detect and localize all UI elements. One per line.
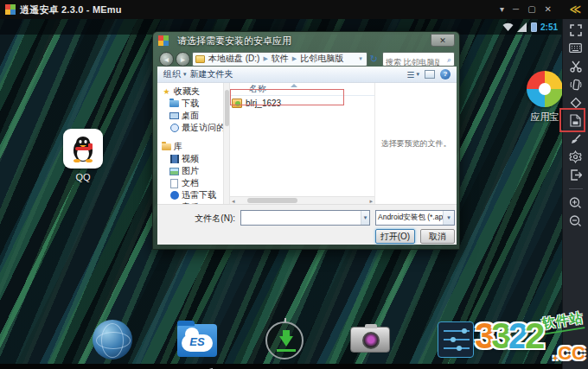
- navpane-item-thunder-downloads[interactable]: 迅雷下载: [162, 189, 223, 201]
- window-titlebar: 逍遥安卓 2.3.0 - MEmu ▾ ─ ▢ ✕ ≪: [0, 0, 588, 19]
- sliders-icon: [438, 321, 474, 358]
- download-circle-icon: [265, 321, 304, 359]
- es-label: ES: [177, 335, 217, 348]
- qq-app-icon[interactable]: QQ: [63, 129, 103, 182]
- menu-caret-icon[interactable]: ▾: [500, 5, 504, 14]
- recent-places-icon: [169, 124, 179, 133]
- preview-pane-icon[interactable]: [425, 70, 435, 79]
- settings-gear-icon[interactable]: [563, 148, 588, 166]
- volume-up-icon[interactable]: [563, 194, 588, 212]
- shake-icon[interactable]: [563, 75, 588, 93]
- filetype-dropdown-icon[interactable]: ▾: [443, 211, 454, 225]
- dialog-icon: [158, 35, 169, 46]
- views-button[interactable]: ☰ ▾: [407, 70, 419, 80]
- breadcrumb-item-drive[interactable]: 本地磁盘 (D:): [208, 53, 259, 65]
- clear-cache-brush-icon[interactable]: [563, 130, 588, 148]
- hscroll-thumb[interactable]: [247, 198, 297, 203]
- dialog-toolbar: 组织 ▾ 新建文件夹 ☰ ▾ ?: [157, 67, 457, 83]
- navpane-item-recent[interactable]: 最近访问的位置: [162, 122, 223, 134]
- search-box[interactable]: ⌕: [382, 52, 455, 67]
- collapse-sidebar-icon[interactable]: ≪: [569, 3, 581, 16]
- breadcrumb-item-current[interactable]: 比邻电脑版: [300, 53, 343, 65]
- documents-icon: [169, 179, 179, 188]
- exit-icon[interactable]: [563, 166, 588, 184]
- navpane-item-videos[interactable]: 视频: [162, 153, 223, 165]
- minimize-button[interactable]: ─: [513, 5, 519, 14]
- fullscreen-icon[interactable]: [563, 21, 588, 39]
- globe-icon: [93, 320, 132, 359]
- back-nav-icon[interactable]: ◂: [159, 52, 174, 67]
- forward-nav-icon[interactable]: ▸: [176, 52, 190, 67]
- settings-app-icon[interactable]: [436, 320, 476, 359]
- dialog-titlebar: 请选择需要安装的安卓应用: [153, 32, 459, 49]
- preview-pane: 选择要预览的文件。: [375, 83, 457, 204]
- folder-icon: ES: [177, 324, 217, 357]
- file-open-dialog: 请选择需要安装的安卓应用 ✕ ◂ ▸ 本地磁盘 (D:) ▶ 软件 ▶ 比邻电脑…: [152, 31, 460, 250]
- window-title: 逍遥安卓 2.3.0 - MEmu: [20, 3, 122, 16]
- open-button[interactable]: 打开(O): [375, 229, 415, 244]
- navpane-favorites-header[interactable]: ★ 收藏夹: [162, 86, 223, 98]
- filename-input[interactable]: [241, 212, 361, 224]
- navpane-item-downloads[interactable]: 下载: [162, 98, 223, 110]
- filename-dropdown-icon[interactable]: ▾: [361, 211, 369, 225]
- navpane-item-documents[interactable]: 文档: [162, 177, 223, 189]
- breadcrumb-item-folder[interactable]: 软件: [272, 53, 289, 65]
- keyboard-icon[interactable]: [563, 39, 588, 57]
- dialog-title: 请选择需要安装的安卓应用: [177, 35, 291, 48]
- pictures-icon: [169, 167, 179, 176]
- watermark-site-text: 软件站: [541, 309, 585, 334]
- watermark-3322cc: 软件站 3322 .CC: [475, 311, 587, 368]
- filename-label: 文件名(N):: [173, 213, 235, 225]
- watermark-cc-text: .CC: [553, 342, 585, 365]
- es-file-explorer-app-icon[interactable]: ES: [177, 320, 217, 359]
- sort-ascending-icon: [291, 84, 297, 87]
- annotation-box-apk-tool: [559, 108, 585, 132]
- watermark-digits: 3322: [475, 318, 541, 354]
- qq-penguin-icon: [67, 133, 99, 164]
- new-folder-button[interactable]: 新建文件夹: [190, 68, 233, 80]
- qq-app-label: QQ: [63, 172, 103, 182]
- yingyongbao-logo-icon: [527, 71, 562, 107]
- drive-icon: [195, 55, 205, 63]
- dialog-address-row: ◂ ▸ 本地磁盘 (D:) ▶ 软件 ▶ 比邻电脑版 ▾ ↻ ⌕: [159, 51, 455, 67]
- annotation-box-file: [230, 89, 344, 105]
- screenshot-scissors-icon[interactable]: [563, 57, 588, 75]
- organize-button[interactable]: 组织 ▾: [163, 68, 187, 80]
- downloads-app-icon[interactable]: [265, 320, 305, 359]
- search-icon: ⌕: [447, 55, 451, 65]
- wifi-icon: [502, 22, 514, 32]
- volume-down-icon[interactable]: [563, 212, 588, 230]
- breadcrumb-separator-icon: ▶: [292, 55, 297, 62]
- libraries-icon: [162, 143, 171, 152]
- help-icon[interactable]: ?: [440, 69, 451, 80]
- desktop-icon: [169, 111, 179, 121]
- star-icon: ★: [162, 87, 171, 97]
- views-caret-icon: ▾: [416, 71, 419, 78]
- yingyongbao-app-icon[interactable]: 应用宝: [526, 71, 562, 124]
- navpane-scrollbar[interactable]: [223, 83, 230, 204]
- navpane-item-pictures[interactable]: 图片: [162, 165, 223, 177]
- battery-icon: [531, 22, 537, 32]
- status-time: 2:51: [540, 22, 558, 32]
- close-button[interactable]: ✕: [545, 5, 552, 14]
- cancel-button[interactable]: 取消: [420, 229, 455, 244]
- dialog-nav-pane: ★ 收藏夹 下载 桌面 最近访问的位置 库: [157, 83, 223, 204]
- breadcrumb-dropdown-icon[interactable]: ▾: [357, 55, 364, 62]
- browser-app-icon[interactable]: [93, 320, 132, 359]
- filetype-combo[interactable]: Android安装包 (*.apk) ▾: [375, 210, 455, 226]
- filetype-value: Android安装包 (*.apk): [376, 213, 443, 223]
- breadcrumb[interactable]: 本地磁盘 (D:) ▶ 软件 ▶ 比邻电脑版 ▾: [192, 52, 368, 67]
- rail-divider: [569, 188, 583, 189]
- filename-combo[interactable]: ▾: [240, 210, 370, 226]
- dialog-close-button[interactable]: ✕: [431, 34, 455, 47]
- navpane-item-desktop[interactable]: 桌面: [162, 110, 223, 122]
- maximize-button[interactable]: ▢: [527, 5, 535, 14]
- camera-icon: [350, 327, 390, 353]
- views-icon: ☰: [407, 70, 414, 80]
- file-list-hscrollbar[interactable]: ◂ ▸: [230, 196, 374, 204]
- memu-logo-icon: [5, 4, 16, 15]
- signal-icon: [517, 22, 527, 32]
- camera-app-icon[interactable]: [350, 320, 390, 359]
- navpane-libraries-header[interactable]: 库: [162, 141, 223, 153]
- refresh-icon[interactable]: ↻: [370, 54, 378, 65]
